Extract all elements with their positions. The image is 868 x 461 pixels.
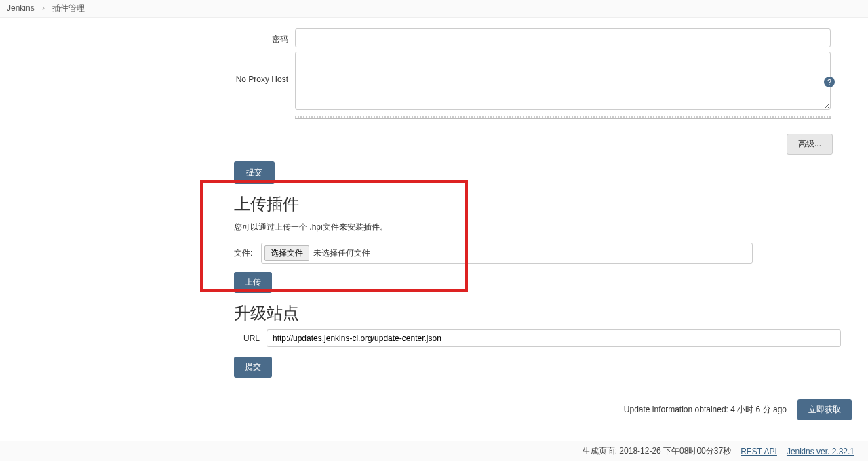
version-link[interactable]: Jenkins ver. 2.32.1	[787, 447, 854, 456]
breadcrumb-sep: ›	[42, 3, 45, 13]
update-site-section: 升级站点 URL 提交	[234, 302, 841, 378]
breadcrumb-current[interactable]: 插件管理	[52, 3, 85, 13]
file-status-text: 未选择任何文件	[313, 247, 370, 259]
password-label: 密码	[234, 31, 295, 45]
file-label: 文件:	[234, 247, 254, 259]
file-input[interactable]: 选择文件 未选择任何文件	[261, 243, 753, 264]
footer: 生成页面: 2018-12-26 下午08时00分37秒 REST API Je…	[0, 441, 868, 461]
upload-section: 上传插件 您可以通过上传一个 .hpi文件来安装插件。 文件: 选择文件 未选择…	[234, 193, 841, 293]
choose-file-button[interactable]: 选择文件	[264, 245, 309, 261]
update-site-submit-button[interactable]: 提交	[234, 357, 272, 378]
url-label: URL	[234, 334, 260, 343]
update-url-input[interactable]	[267, 329, 841, 347]
rest-api-link[interactable]: REST API	[741, 447, 777, 456]
upload-button[interactable]: 上传	[234, 272, 272, 293]
breadcrumb: Jenkins › 插件管理	[0, 0, 868, 18]
upload-desc: 您可以通过上传一个 .hpi文件来安装插件。	[234, 222, 841, 233]
no-proxy-textarea[interactable]	[295, 52, 831, 110]
no-proxy-label: No Proxy Host	[234, 52, 295, 84]
proxy-submit-button[interactable]: 提交	[234, 161, 275, 184]
resize-handle[interactable]	[295, 116, 831, 119]
upload-heading: 上传插件	[234, 193, 841, 215]
help-icon[interactable]: ?	[824, 77, 835, 87]
advanced-button[interactable]: 高级...	[787, 134, 833, 155]
page-gen: 生成页面: 2018-12-26 下午08时00分37秒	[583, 445, 731, 457]
password-input[interactable]	[295, 28, 831, 47]
update-info-text: Update information obtained: 4 小时 6 分 ag…	[624, 404, 787, 416]
check-now-button[interactable]: 立即获取	[797, 399, 852, 420]
breadcrumb-root[interactable]: Jenkins	[7, 3, 35, 13]
update-site-heading: 升级站点	[234, 302, 841, 324]
